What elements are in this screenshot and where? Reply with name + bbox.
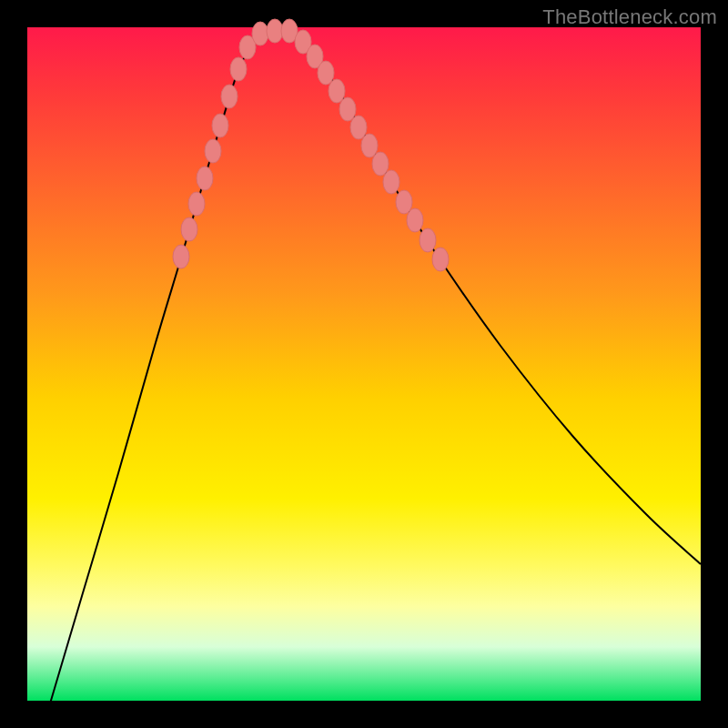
marker-dot <box>230 57 247 81</box>
watermark-text: TheBottleneck.com <box>542 5 717 29</box>
curve-path <box>46 28 701 719</box>
marker-dot <box>212 114 228 137</box>
marker-dot <box>205 139 221 163</box>
marker-dot <box>396 190 412 214</box>
marker-dot <box>181 217 197 241</box>
marker-dot <box>221 85 238 108</box>
marker-dot <box>350 116 367 139</box>
marker-dot <box>407 208 423 232</box>
marker-dot <box>339 97 356 121</box>
marker-dot <box>267 19 283 43</box>
marker-dot <box>432 248 449 271</box>
marker-dot <box>420 228 436 252</box>
marker-dot <box>329 79 345 103</box>
marker-dot <box>188 192 205 216</box>
marker-dot <box>318 61 334 85</box>
marker-dot <box>383 170 399 194</box>
marker-dot <box>361 134 378 157</box>
bottleneck-curve <box>27 27 701 701</box>
chart-frame: TheBottleneck.com <box>0 0 728 728</box>
marker-dot <box>173 245 189 268</box>
marker-dot <box>197 167 213 190</box>
marker-group <box>173 19 449 271</box>
marker-dot <box>372 152 389 176</box>
marker-dot <box>252 22 268 46</box>
